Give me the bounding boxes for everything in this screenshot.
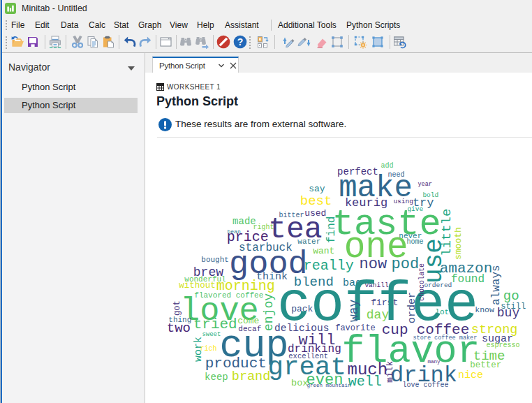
svg-text:?: ?: [237, 36, 244, 47]
